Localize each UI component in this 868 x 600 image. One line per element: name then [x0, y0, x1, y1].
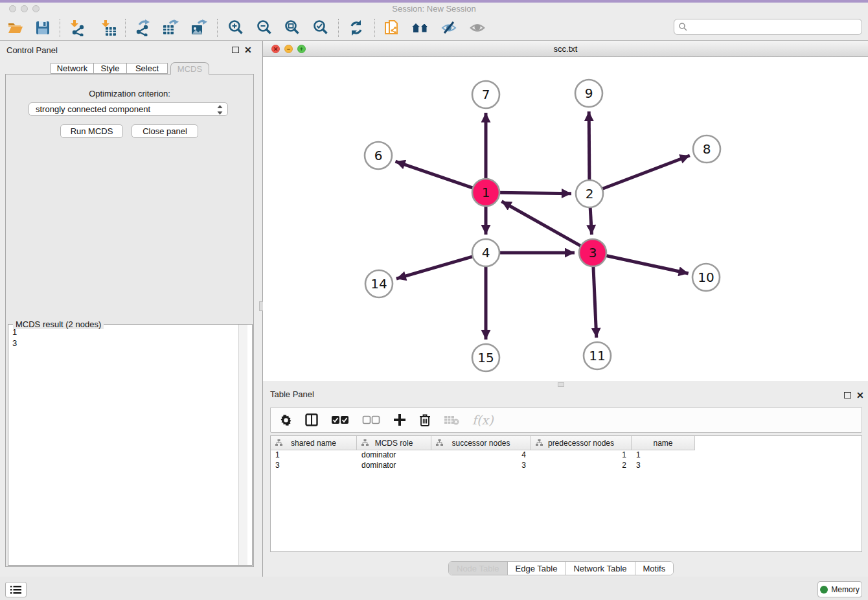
tab-network-table[interactable]: Network Table: [565, 562, 635, 575]
tab-select[interactable]: Select: [126, 63, 168, 74]
column-header-MCDS-role[interactable]: MCDS role: [357, 436, 431, 450]
hierarchy-icon: [361, 439, 369, 448]
table-cell[interactable]: 3: [632, 461, 695, 471]
import-network-icon[interactable]: [68, 18, 87, 38]
window-zoom-icon[interactable]: [32, 5, 40, 12]
table-body: 1dominator4113dominator323: [271, 450, 862, 471]
dropdown-chevrons-icon: [217, 105, 223, 117]
table-toolbar: f(x): [270, 407, 862, 433]
refresh-icon[interactable]: [347, 18, 366, 38]
tab-mcds[interactable]: MCDS: [170, 62, 209, 75]
table-cell[interactable]: dominator: [357, 450, 431, 461]
edge-1-2[interactable]: [499, 192, 571, 193]
close-panel-button[interactable]: Close panel: [131, 124, 198, 138]
export-network-icon[interactable]: [133, 18, 152, 38]
column-header-predecessor-nodes[interactable]: predecessor nodes: [531, 436, 632, 450]
float-panel-icon[interactable]: [844, 392, 851, 398]
new-network-from-selection-icon[interactable]: [382, 18, 402, 38]
column-header-name[interactable]: name: [632, 436, 695, 450]
result-scrollbar[interactable]: [238, 325, 247, 565]
save-session-icon[interactable]: [33, 18, 52, 38]
table-cell[interactable]: 1: [271, 450, 357, 461]
table-row[interactable]: 1dominator411: [271, 450, 862, 461]
edge-4-14[interactable]: [396, 257, 473, 279]
edge-2-8[interactable]: [602, 156, 690, 189]
network-canvas[interactable]: 7968124314101511: [263, 57, 868, 381]
memory-label: Memory: [831, 585, 859, 594]
control-panel-title: Control Panel: [6, 45, 58, 55]
application-window: { "window": { "title": "Session: New Ses…: [0, 0, 868, 600]
network-close-icon[interactable]: ✕: [271, 45, 280, 53]
column-layout-icon[interactable]: [305, 413, 318, 426]
table-cell[interactable]: 3: [271, 461, 357, 471]
edge-3-10[interactable]: [606, 255, 689, 273]
edge-1-6[interactable]: [395, 161, 473, 188]
float-panel-icon[interactable]: [232, 47, 239, 53]
memory-status-icon: [820, 586, 828, 594]
tab-style[interactable]: Style: [93, 63, 127, 74]
delete-table-icon: [444, 415, 459, 425]
table-panel-title: Table Panel: [270, 389, 314, 399]
first-neighbors-icon[interactable]: [411, 18, 430, 38]
optimization-criterion-dropdown[interactable]: strongly connected component: [29, 102, 228, 116]
toolbar-separator: [338, 19, 339, 37]
network-minimize-icon[interactable]: −: [284, 45, 293, 53]
hierarchy-icon: [436, 439, 443, 448]
gear-icon[interactable]: [280, 414, 292, 426]
add-column-icon[interactable]: [393, 413, 406, 426]
edge-2-9[interactable]: [589, 111, 589, 180]
table-cell[interactable]: 2: [531, 461, 632, 471]
window-close-icon[interactable]: [9, 5, 16, 12]
tab-network[interactable]: Network: [51, 63, 94, 74]
table-cell[interactable]: dominator: [357, 461, 431, 471]
search-input[interactable]: [674, 19, 862, 35]
node-label-9: 9: [585, 86, 593, 101]
deselect-all-icon[interactable]: [362, 415, 380, 424]
tab-motifs[interactable]: Motifs: [635, 562, 674, 575]
table-cell[interactable]: 1: [531, 450, 632, 461]
zoom-in-icon[interactable]: [226, 18, 246, 38]
main-toolbar: [0, 16, 868, 41]
status-bar: Memory: [0, 577, 868, 600]
zoom-selected-icon[interactable]: [311, 18, 330, 38]
horizontal-splitter-handle[interactable]: [558, 382, 564, 387]
open-file-icon[interactable]: [6, 18, 25, 38]
zoom-out-icon[interactable]: [255, 18, 274, 38]
optimization-criterion-label: Optimization criterion:: [0, 89, 259, 98]
select-all-icon[interactable]: [331, 415, 349, 424]
close-panel-icon[interactable]: ✕: [856, 392, 864, 398]
edge-3-11[interactable]: [593, 266, 597, 338]
delete-icon[interactable]: [419, 413, 431, 426]
node-table[interactable]: shared name MCDS role successor nodes pr…: [270, 435, 862, 552]
toolbar-separator: [60, 19, 60, 37]
show-all-icon[interactable]: [468, 18, 487, 38]
column-header-shared-name[interactable]: shared name: [271, 436, 357, 450]
column-header-successor-nodes[interactable]: successor nodes: [431, 436, 531, 450]
edge-3-1[interactable]: [501, 202, 580, 246]
table-cell[interactable]: 4: [431, 450, 531, 461]
edge-2-3[interactable]: [590, 207, 591, 235]
hide-selected-icon[interactable]: [439, 18, 459, 38]
node-label-6: 6: [374, 148, 383, 163]
table-cell[interactable]: 3: [431, 461, 531, 471]
node-label-8: 8: [703, 141, 711, 157]
export-image-icon[interactable]: [189, 18, 209, 38]
network-window-titlebar[interactable]: ✕ − + scc.txt: [263, 41, 868, 57]
memory-button[interactable]: Memory: [817, 581, 862, 597]
run-mcds-button[interactable]: Run MCDS: [60, 124, 123, 138]
network-zoom-icon[interactable]: +: [297, 45, 306, 53]
window-minimize-icon[interactable]: [21, 5, 28, 12]
export-table-icon[interactable]: [161, 18, 180, 38]
table-cell[interactable]: 1: [632, 450, 695, 461]
close-panel-icon[interactable]: ✕: [244, 47, 252, 53]
tab-edge-table[interactable]: Edge Table: [508, 562, 566, 575]
table-row[interactable]: 3dominator323: [271, 461, 862, 471]
tab-node-table[interactable]: Node Table: [449, 562, 508, 575]
command-panel-button[interactable]: [5, 582, 27, 597]
zoom-fit-icon[interactable]: [282, 18, 302, 38]
window-title: Session: New Session: [0, 3, 868, 16]
node-label-2: 2: [586, 186, 594, 202]
control-panel-header: Control Panel ✕: [0, 43, 259, 58]
import-table-icon[interactable]: [99, 18, 119, 38]
mcds-result-text[interactable]: 1 3: [8, 325, 238, 565]
